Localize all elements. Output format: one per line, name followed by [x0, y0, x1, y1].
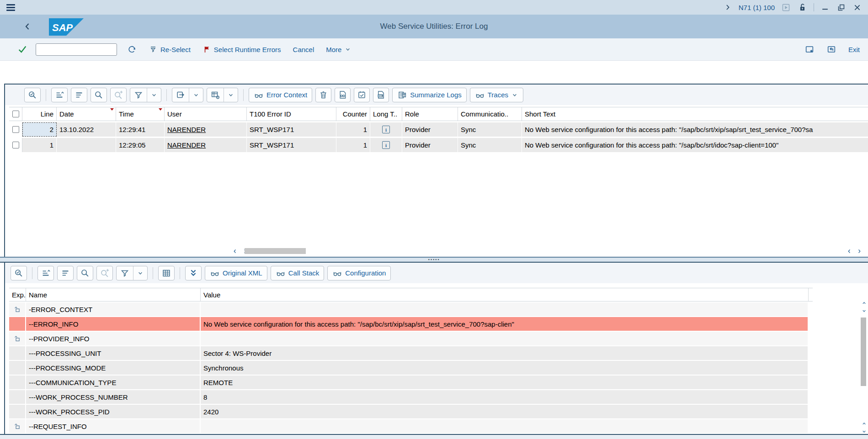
play-session-icon[interactable] [781, 3, 791, 12]
scrollbar-thumb[interactable] [861, 317, 866, 386]
role-cell[interactable]: Provider [402, 122, 458, 137]
panel-splitter[interactable]: ▪▪▪▪▪ [0, 257, 868, 263]
date-selection-button[interactable] [354, 88, 370, 102]
column-header-role[interactable]: Role [402, 107, 458, 121]
communication-cell[interactable]: Sync [458, 122, 522, 137]
minimize-icon[interactable] [820, 3, 830, 12]
refresh-button[interactable] [127, 45, 137, 54]
original-xml-button[interactable]: Original XML [205, 266, 267, 280]
user-cell[interactable]: NARENDER [165, 138, 247, 152]
user-cell[interactable]: NARENDER [165, 122, 247, 137]
column-header-counter[interactable]: Counter [336, 107, 370, 121]
column-header-short-text[interactable]: Short Text [522, 107, 868, 121]
name-cell[interactable]: -ERROR_CONTEXT [26, 302, 201, 316]
long-text-icon[interactable]: i [382, 141, 390, 149]
short-text-cell[interactable]: No Web service configuration for this ac… [522, 122, 868, 137]
column-header-time[interactable]: Time [116, 107, 165, 121]
name-cell[interactable]: --PROVIDER_INFO [26, 332, 201, 345]
menu-icon[interactable] [0, 0, 18, 15]
row-checkbox[interactable] [12, 142, 19, 148]
expand-chevron-icon[interactable] [723, 3, 732, 12]
column-header-expand[interactable]: Exp.. [9, 288, 26, 301]
scroll-up-icon[interactable] [861, 421, 867, 427]
export-button[interactable] [172, 88, 203, 102]
scroll-left-icon[interactable] [232, 248, 238, 254]
column-header-user[interactable]: User [165, 107, 247, 121]
name-cell[interactable]: ---PROCESSING_UNIT [26, 346, 201, 360]
find-next-button[interactable] [96, 266, 113, 280]
select-all-checkbox[interactable] [12, 111, 19, 117]
value-cell[interactable]: Sector 4: WS-Provider [201, 346, 809, 360]
lock-open-icon[interactable] [797, 2, 807, 12]
traces-button[interactable]: Traces [470, 88, 523, 102]
horizontal-scrollbar[interactable] [5, 248, 868, 255]
column-header-long-text[interactable]: Long T.. [370, 107, 402, 121]
summarize-logs-button[interactable]: Summarize Logs [392, 88, 467, 102]
error-context-button[interactable]: Error Context [249, 88, 312, 102]
shortcut-star-icon[interactable] [804, 44, 815, 54]
scrollbar-thumb[interactable] [245, 248, 306, 254]
column-header-value[interactable]: Value [201, 288, 809, 301]
name-cell[interactable]: ---COMMUNICATION_TYPE [26, 376, 201, 389]
date-cell[interactable]: 13.10.2022 [57, 122, 116, 137]
command-input[interactable] [36, 44, 124, 55]
name-cell[interactable]: --REQUEST_INFO [26, 419, 201, 433]
call-stack-button[interactable]: Call Stack [271, 266, 325, 280]
new-window-icon[interactable] [826, 44, 836, 54]
name-cell[interactable]: ---WORK_PROCESS_NUMBER [26, 390, 201, 404]
long-text-icon[interactable]: i [382, 126, 390, 133]
collapse-node-icon[interactable] [13, 423, 21, 430]
scroll-left-icon[interactable] [846, 248, 852, 254]
value-cell[interactable]: Synchronous [201, 361, 809, 375]
column-header-t100[interactable]: T100 Error ID [247, 107, 336, 121]
filter-button[interactable] [130, 88, 161, 102]
line-cell[interactable]: 1 [22, 138, 57, 152]
close-icon[interactable] [853, 3, 862, 12]
time-cell[interactable]: 12:29:41 [116, 122, 165, 137]
selected-line-cell[interactable]: 2 [22, 122, 57, 137]
display-log-button[interactable] [335, 88, 351, 102]
expand-all-button[interactable] [185, 266, 202, 280]
time-cell[interactable]: 12:29:05 [116, 138, 165, 152]
scroll-down-icon[interactable] [861, 308, 867, 314]
value-cell[interactable]: No Web service configuration for this ac… [201, 317, 809, 331]
command-field[interactable] [36, 43, 117, 56]
table-view-button[interactable] [158, 266, 175, 280]
reselect-button[interactable]: Re-Select [149, 45, 191, 54]
layout-button[interactable] [207, 88, 238, 102]
value-cell[interactable] [201, 302, 809, 316]
collapse-node-icon[interactable] [13, 335, 21, 343]
counter-cell[interactable]: 1 [336, 138, 370, 152]
filter-menu-arrow[interactable] [133, 266, 147, 280]
restore-window-icon[interactable] [837, 3, 846, 12]
splitter-handle[interactable]: ▪▪▪▪▪ [428, 258, 440, 261]
sort-descending-button[interactable] [57, 266, 74, 280]
more-menu-button[interactable]: More [326, 46, 351, 53]
name-cell[interactable]: --ERROR_INFO [26, 317, 201, 331]
find-next-button[interactable] [110, 88, 127, 102]
value-cell[interactable]: 2420 [201, 405, 809, 418]
user-link[interactable]: NARENDER [167, 141, 206, 149]
exit-button[interactable]: Exit [848, 46, 860, 53]
row-checkbox[interactable] [12, 126, 19, 133]
scroll-right-icon[interactable] [856, 248, 863, 254]
name-cell[interactable]: ---PROCESSING_MODE [26, 361, 201, 375]
layout-menu-arrow[interactable] [224, 88, 238, 102]
sort-ascending-button[interactable] [51, 88, 68, 102]
details-button[interactable] [11, 266, 27, 280]
date-cell[interactable] [57, 138, 116, 152]
value-cell[interactable] [201, 332, 809, 345]
filter-menu-arrow[interactable] [147, 88, 161, 102]
cancel-button[interactable]: Cancel [293, 46, 314, 53]
column-header-line[interactable]: Line [22, 107, 57, 121]
export-menu-arrow[interactable] [189, 88, 203, 102]
configuration-button[interactable]: Configuration [327, 266, 391, 280]
column-header-communication[interactable]: Communicatio.. [458, 107, 522, 121]
xml-display-button[interactable] [373, 88, 389, 102]
select-runtime-errors-button[interactable]: Select Runtime Errors [202, 45, 281, 54]
role-cell[interactable]: Provider [402, 138, 458, 152]
counter-cell[interactable]: 1 [336, 122, 370, 137]
value-cell[interactable] [201, 419, 809, 433]
column-header-name[interactable]: Name [26, 288, 201, 301]
scroll-up-icon[interactable] [861, 300, 867, 306]
